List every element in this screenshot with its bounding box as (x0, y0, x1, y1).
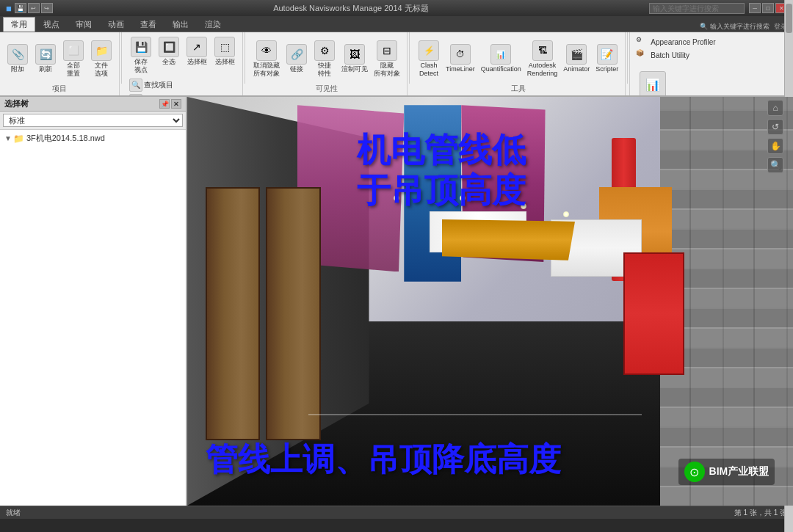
tree-content[interactable]: ▼ 📁 3F机电2014.5.18.nwd (0, 130, 186, 506)
user-info: 🔍 输入关键字进行搜索 (700, 22, 770, 32)
page-info: 第 1 张，共 1 张 (734, 508, 787, 518)
ribbon-group-tools: ⚡ ClashDetect ⏱ TimeLiner 📊 Quantificati… (411, 32, 626, 95)
btn-unhide-all[interactable]: 👁 取消隐藏所有对象 (251, 39, 282, 79)
door-left1 (206, 187, 260, 440)
btn-clash-detect[interactable]: ⚡ ClashDetect (416, 39, 442, 79)
nav-btn-zoom[interactable]: 🔍 (767, 157, 783, 173)
save-viewpoint-label: 保存视点 (134, 58, 148, 74)
ribbon-sep-4 (627, 32, 628, 84)
btn-add[interactable]: 📎 附加 (4, 43, 31, 75)
btn-datatools[interactable]: 📊 DataTools (636, 69, 770, 97)
reset-all-label: 全部重置 (67, 62, 80, 78)
btn-select[interactable]: ↗ 选择框 (184, 35, 210, 76)
quantification-label: Quantification (481, 65, 521, 73)
btn-batch-utility[interactable]: 📦 Batch Utility (636, 48, 770, 62)
find-buttons: 🔍 查找项目 ⚡ 快速查找 ☰ 选择同类▼ (128, 78, 182, 97)
nav-cube[interactable]: ⌂ ↺ ✋ 🔍 (761, 100, 790, 188)
select-icon: ↗ (187, 37, 207, 57)
datatools-btn[interactable]: 📊 DataTools (636, 70, 670, 97)
tab-review[interactable]: 审阅 (68, 17, 100, 32)
selection-panel-header: 选择树 📌 ✕ (0, 97, 186, 112)
btn-timeliner[interactable]: ⏱ TimeLiner (443, 43, 477, 75)
scripter-icon: 📝 (597, 44, 618, 65)
visibility-buttons: 👁 取消隐藏所有对象 🔗 链接 ⚙ 快捷特性 🖼 渲制可见 ⊟ 隐藏所有对象 (251, 35, 402, 82)
link-icon: 🔗 (286, 44, 307, 65)
status-text: 就绪 (6, 508, 21, 518)
ribbon-right-panel: ⚙ Appearance Profiler 📦 Batch Utility 📊 … (629, 32, 776, 95)
btn-refresh[interactable]: 🔄 刷新 (32, 43, 59, 75)
tab-animation[interactable]: 动画 (100, 17, 132, 32)
tab-render[interactable]: 渲染 (197, 17, 229, 32)
btn-animator[interactable]: 🎬 Animator (561, 43, 592, 75)
annotation-bottom: 管线上调、吊顶降底高度 (206, 438, 561, 481)
batch-utility-icon: 📦 (636, 49, 648, 61)
ribbon-panel: 📎 附加 🔄 刷新 ⬜ 全部重置 📁 文件选项 项目 💾 (0, 32, 793, 97)
add-label: 附加 (11, 65, 24, 73)
btn-quantification[interactable]: 📊 Quantification (479, 43, 524, 75)
tab-viewpoint[interactable]: 视点 (35, 17, 68, 32)
wechat-badge: ⊙ BIM产业联盟 (678, 459, 775, 485)
btn-scripter[interactable]: 📝 Scripter (593, 43, 620, 75)
window-title: Autodesk Navisworks Manage 2014 无标题 (53, 3, 649, 14)
ceiling-light-4 (563, 211, 569, 217)
add-icon: 📎 (7, 44, 28, 65)
maximize-btn[interactable]: □ (762, 3, 774, 13)
window-controls[interactable]: ─ □ ✕ (749, 3, 787, 13)
main-area: 选择树 📌 ✕ 标准 ▼ 📁 3F机电2014.5.18.nwd (0, 97, 793, 506)
title-search-input[interactable] (649, 3, 745, 14)
tab-common[interactable]: 常用 (3, 17, 35, 32)
title-bar: ■ 💾 ↩ ↪ Autodesk Navisworks Manage 2014 … (0, 0, 793, 16)
save-viewpoint-icon: 💾 (131, 37, 151, 57)
btn-reset-all[interactable]: ⬜ 全部重置 (60, 39, 87, 79)
find-items-icon: 🔍 (129, 79, 142, 92)
animator-icon: 🎬 (566, 44, 587, 65)
quick-save-btn[interactable]: 💾 (15, 3, 26, 13)
btn-render-view[interactable]: 🖼 渲制可见 (339, 43, 370, 75)
quick-props-label: 快捷特性 (318, 62, 331, 78)
ribbon-group-project: 📎 附加 🔄 刷新 ⬜ 全部重置 📁 文件选项 项目 (0, 32, 120, 95)
wechat-icon: ⊙ (684, 462, 705, 482)
btn-save-viewpoint[interactable]: 💾 保存视点 (128, 35, 154, 76)
btn-autodesk-rendering[interactable]: 🏗 AutodeskRendering (525, 39, 560, 79)
tree-expand-icon: ▼ (4, 134, 12, 142)
hide-all-icon: ⊟ (377, 40, 397, 61)
select-buttons: 💾 保存视点 🔲 全选 ↗ 选择框 ⬚ 选择框 🔍 (128, 35, 238, 97)
timeliner-icon: ⏱ (450, 44, 471, 65)
nav-btn-home[interactable]: ⌂ (767, 100, 783, 116)
search-bar-title[interactable] (649, 3, 745, 14)
btn-find-items[interactable]: 🔍 查找项目 (128, 78, 182, 92)
btn-appearance-profiler[interactable]: ⚙ Appearance Profiler (636, 35, 770, 48)
select-box-label: 选择框 (215, 58, 235, 66)
btn-hide-all[interactable]: ⊟ 隐藏所有对象 (372, 39, 402, 79)
btn-file-options[interactable]: 📁 文件选项 (88, 39, 115, 79)
tree-item-root[interactable]: ▼ 📁 3F机电2014.5.18.nwd (0, 131, 186, 145)
nav-btn-orbit[interactable]: ↺ (767, 119, 783, 135)
panel-pin-btn[interactable]: 📌 (159, 99, 170, 109)
hide-all-label: 隐藏所有对象 (374, 62, 400, 78)
panel-close-btn[interactable]: ✕ (171, 99, 181, 109)
find-items-label: 查找项目 (144, 80, 173, 90)
floor-line (308, 414, 642, 415)
tree-item-label: 3F机电2014.5.18.nwd (26, 133, 105, 144)
quick-access-btns[interactable]: 💾 ↩ ↪ (15, 3, 53, 13)
btn-select-box[interactable]: ⬚ 选择框 (211, 35, 238, 76)
tab-view[interactable]: 查看 (132, 17, 164, 32)
btn-select-all[interactable]: 🔲 全选 (156, 35, 182, 76)
quick-redo-btn[interactable]: ↪ (41, 3, 53, 13)
minimize-btn[interactable]: ─ (749, 3, 761, 13)
nav-btn-pan[interactable]: ✋ (767, 138, 783, 154)
selection-panel: 选择树 📌 ✕ 标准 ▼ 📁 3F机电2014.5.18.nwd (0, 97, 187, 506)
panel-header-controls[interactable]: 📌 ✕ (159, 99, 181, 109)
quick-undo-btn[interactable]: ↩ (28, 3, 40, 13)
render-view-icon: 🖼 (344, 44, 365, 65)
batch-utility-label: Batch Utility (651, 51, 689, 59)
ribbon-group-visibility: 👁 取消隐藏所有对象 🔗 链接 ⚙ 快捷特性 🖼 渲制可见 ⊟ 隐藏所有对象 可… (247, 32, 408, 95)
tab-output[interactable]: 输出 (164, 17, 197, 32)
select-label: 选择框 (187, 58, 207, 66)
tree-scroll-thumb[interactable] (786, 4, 792, 33)
viewport[interactable]: 机电管线低 于吊顶高度 管线上调、吊顶降底高度 ⊙ BIM产业联盟 ⌂ ↺ ✋ … (187, 97, 793, 506)
btn-quick-props[interactable]: ⚙ 快捷特性 (311, 39, 338, 79)
btn-link[interactable]: 🔗 链接 (283, 43, 310, 75)
tree-mode-dropdown[interactable]: 标准 (3, 114, 183, 127)
autodesk-rendering-label: AutodeskRendering (527, 62, 558, 78)
